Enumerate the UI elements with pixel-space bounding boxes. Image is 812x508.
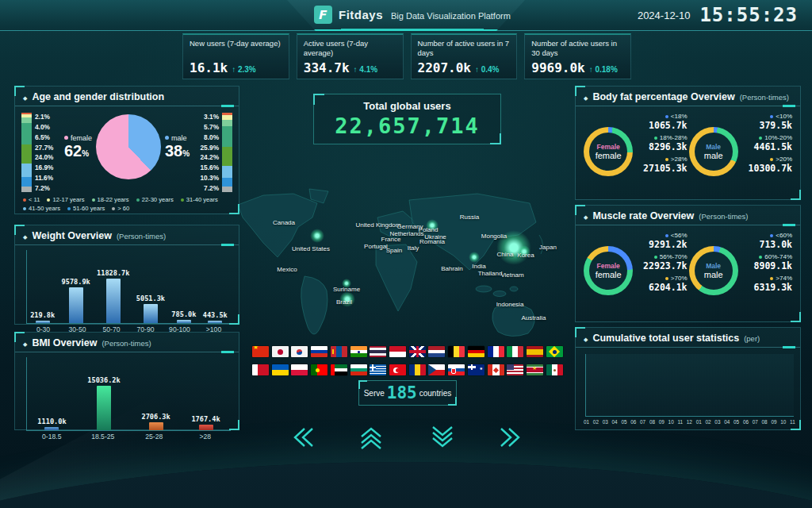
scroll-up-button[interactable] bbox=[355, 425, 387, 449]
x-axis-tick-label: 12 bbox=[687, 419, 692, 425]
suriname-flag-icon bbox=[527, 364, 543, 375]
panel-title-dash bbox=[783, 224, 795, 226]
male-donut-chart: Malemale bbox=[689, 246, 738, 295]
donut-stat-range: >70% bbox=[634, 275, 687, 282]
map-label-australia: Australia bbox=[521, 314, 546, 321]
donut-stat-range: <60% bbox=[740, 232, 792, 239]
donut-stat-value: 22923.7k bbox=[634, 260, 687, 271]
percent-sign: % bbox=[82, 149, 89, 158]
world-map bbox=[216, 187, 580, 358]
brand-name: Fitdays bbox=[339, 8, 383, 21]
percent-sign: % bbox=[182, 149, 190, 158]
greece-flag-icon bbox=[370, 364, 386, 375]
united-states-flag-icon bbox=[507, 364, 523, 375]
map-label-brazil: Brazil bbox=[336, 298, 352, 306]
kpi-card: New users (7-day average)16.1k↑ 2.3% bbox=[182, 33, 289, 79]
bmi-overview-panel: ◆ BMI Overview (Person-times) 1110.0k150… bbox=[14, 332, 239, 430]
age-bar-segment bbox=[21, 164, 32, 177]
donut-stat: 56%-70%22923.7k bbox=[634, 253, 687, 271]
bar-cell: 5051.3k bbox=[136, 250, 165, 323]
date-display: 2024-12-10 bbox=[638, 10, 691, 21]
donut-name-label: female bbox=[596, 270, 622, 279]
age-legend-item: 41-50 years bbox=[23, 205, 60, 212]
us-hotspot bbox=[310, 229, 324, 243]
indonesia-flag-icon bbox=[389, 346, 406, 357]
panel-bullet-icon: ◆ bbox=[584, 214, 588, 221]
donut-group-female: Femalefemale bbox=[584, 127, 633, 176]
age-stacked-bar bbox=[222, 113, 232, 192]
bar bbox=[177, 320, 191, 323]
scroll-right-button[interactable] bbox=[492, 425, 523, 449]
donut-stat-range: <10% bbox=[740, 113, 792, 120]
donut-stat-value: 6319.3k bbox=[740, 282, 792, 293]
map-label-mongolia: Mongolia bbox=[481, 233, 507, 240]
donut-stat-range: 18%-28% bbox=[634, 134, 687, 141]
clock: 2024-12-10 15:55:23 bbox=[638, 4, 798, 26]
india-hotspot bbox=[469, 252, 480, 263]
map-label-portugal: Portugal bbox=[364, 243, 388, 250]
gender-pie-block: female62%male38% bbox=[64, 114, 190, 179]
stat-dot-icon bbox=[770, 234, 773, 237]
donut-stats-female: <56%9291.2k56%-70%22923.7k>70%6204.1k bbox=[633, 232, 688, 295]
bar-category-label: 0-18.5 bbox=[26, 433, 78, 441]
bmi-panel-unit: (Person-times) bbox=[102, 339, 151, 348]
kpi-card: Active users (7-day average)334.7k↑ 4.1% bbox=[297, 33, 404, 79]
donut-stat-value: 6204.1k bbox=[634, 282, 687, 293]
gender-name: male bbox=[171, 134, 187, 142]
bar-value-label: 219.8k bbox=[30, 311, 55, 319]
stat-dot-icon bbox=[665, 234, 668, 237]
donut-stat-value: 1065.7k bbox=[634, 120, 687, 131]
cumulative-plot-area bbox=[585, 354, 794, 417]
age-bar-percent: 16.9% bbox=[35, 164, 61, 171]
x-axis-tick-label: 07 bbox=[640, 419, 645, 425]
gender-pie-chart bbox=[96, 114, 161, 179]
range-text: 60%-74% bbox=[764, 253, 792, 260]
serve-suffix: countries bbox=[419, 389, 452, 398]
weight-overview-panel: ◆ Weight Overview (Person-times) 219.8k9… bbox=[14, 225, 239, 325]
donut-stats-female: <18%1065.7k18%-28%8296.3k>28%27105.3k bbox=[633, 113, 688, 176]
bar bbox=[144, 304, 158, 323]
legend-dot-icon bbox=[136, 198, 140, 202]
stat-dot-icon bbox=[654, 256, 657, 259]
donut-stat-value: 8296.3k bbox=[634, 141, 687, 152]
scroll-down-button[interactable] bbox=[427, 425, 458, 449]
scroll-left-button[interactable] bbox=[290, 425, 322, 449]
x-axis-tick-label: 05 bbox=[621, 419, 626, 425]
stat-dot-icon bbox=[665, 115, 668, 118]
india-flag-icon bbox=[350, 346, 367, 357]
italy-flag-icon bbox=[507, 346, 523, 357]
gender-dot-icon bbox=[165, 136, 169, 140]
slovakia-flag-icon bbox=[448, 364, 465, 375]
donut-tag-label: Male bbox=[706, 143, 721, 151]
map-label-italy: Italy bbox=[408, 244, 419, 252]
x-axis-tick-label: 01 bbox=[696, 419, 702, 425]
x-axis-tick-label: 09 bbox=[659, 419, 665, 425]
donut-tag-label: Female bbox=[596, 143, 619, 151]
donut-stat: 10%-20%4461.5k bbox=[740, 134, 792, 152]
map-label-korea: Korea bbox=[517, 252, 534, 259]
united-kingdom-flag-icon bbox=[409, 346, 426, 357]
age-bar-segment bbox=[21, 177, 32, 187]
donut-hole: Malemale bbox=[695, 133, 733, 171]
donut-hole: Malemale bbox=[695, 252, 733, 290]
age-bar-percent: 24.2% bbox=[193, 153, 219, 161]
panel-bullet-icon: ◆ bbox=[23, 234, 27, 241]
brazil-flag-icon bbox=[546, 346, 563, 357]
bar bbox=[199, 425, 213, 430]
body-fat-panel: ◆ Body fat percentage Overview (Person-t… bbox=[575, 86, 801, 200]
donut-tag-label: Male bbox=[706, 262, 721, 270]
map-label-canada: Canada bbox=[273, 219, 295, 226]
donut-stat-value: 713.0k bbox=[740, 239, 792, 250]
total-users-label: Total global users bbox=[363, 100, 450, 112]
map-label-united-kingdom: United Kingdom bbox=[356, 221, 401, 229]
map-label-japan: Japan bbox=[539, 244, 557, 251]
x-axis-tick-label: 06 bbox=[743, 419, 749, 425]
donut-stats-male: <60%713.0k60%-74%8909.1k>74%6319.3k bbox=[738, 232, 794, 295]
age-bar-percent: 15.6% bbox=[193, 164, 219, 171]
china-flag-icon bbox=[252, 346, 269, 357]
age-legend-item: 12-17 years bbox=[47, 196, 84, 203]
bar-cell: 219.8k bbox=[30, 250, 55, 323]
donut-stat: 60%-74%8909.1k bbox=[740, 253, 792, 271]
bar-value-label: 443.5k bbox=[203, 311, 228, 319]
kpi-card: Number of active users in 7 days2207.0k↑… bbox=[411, 33, 518, 79]
